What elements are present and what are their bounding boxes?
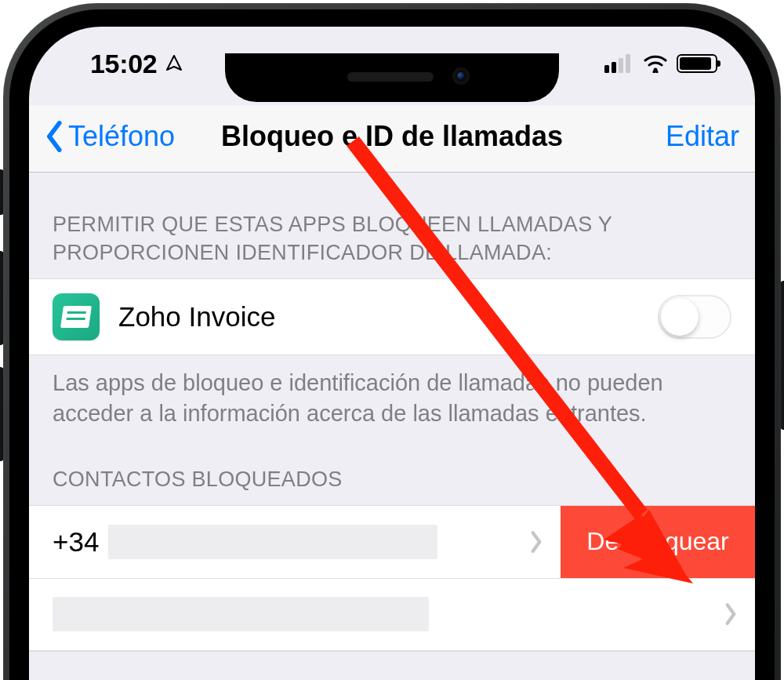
redacted-number (108, 525, 437, 559)
zoho-invoice-icon (53, 293, 100, 340)
chevron-left-icon (45, 121, 65, 152)
redacted-number (53, 597, 429, 631)
back-label: Teléfono (68, 120, 175, 153)
chevron-right-icon (724, 602, 738, 626)
status-time-text: 15:02 (90, 49, 157, 79)
location-icon (165, 54, 183, 73)
edit-button[interactable]: Editar (666, 120, 739, 153)
content: PERMITIR QUE ESTAS APPS BLOQUEEN LLAMADA… (29, 173, 755, 680)
battery-icon (677, 54, 717, 73)
apps-section-header: PERMITIR QUE ESTAS APPS BLOQUEEN LLAMADA… (29, 173, 755, 278)
blocked-section-header: CONTACTOS BLOQUEADOS (29, 437, 755, 504)
app-toggle[interactable] (658, 295, 731, 339)
blocked-contact-row[interactable] (29, 579, 755, 651)
notch (225, 53, 559, 102)
screen: 15:02 Teléfono Bloqueo e ID de llamadas … (29, 27, 755, 680)
app-name: Zoho Invoice (118, 301, 658, 333)
apps-section-footer: Las apps de bloqueo e identificación de … (29, 355, 755, 437)
chevron-right-icon (529, 530, 543, 554)
device-mockup: 15:02 Teléfono Bloqueo e ID de llamadas … (0, 0, 784, 680)
app-row[interactable]: Zoho Invoice (29, 278, 755, 355)
divider (29, 651, 755, 652)
nav-bar: Teléfono Bloqueo e ID de llamadas Editar (29, 105, 755, 173)
page-title: Bloqueo e ID de llamadas (221, 120, 563, 153)
back-button[interactable]: Teléfono (45, 120, 175, 153)
cellular-icon (604, 54, 634, 73)
unblock-button[interactable]: Desbloquear (561, 506, 755, 578)
status-time: 15:02 (64, 49, 183, 79)
speaker-icon (347, 72, 434, 82)
blocked-number-prefix: +34 (29, 526, 99, 558)
wifi-icon (642, 54, 669, 73)
blocked-contact-row[interactable]: +34 Desbloquear (29, 505, 755, 579)
svg-point-0 (654, 68, 658, 72)
camera-icon (452, 67, 470, 85)
